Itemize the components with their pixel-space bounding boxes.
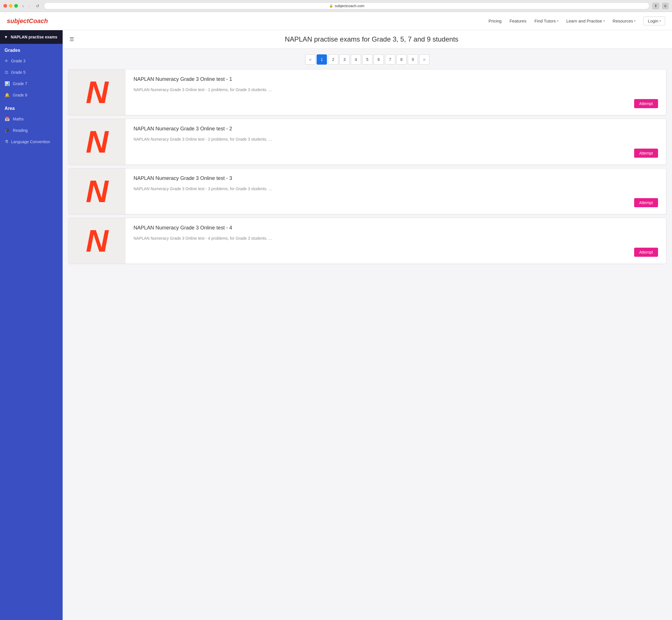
test-desc-1: NAPLAN Numeracy Grade 3 Online test - 1 … — [134, 87, 658, 93]
minimize-button[interactable] — [9, 4, 12, 8]
sidebar-header: ▼ NAPLAN practise exams — [0, 30, 63, 44]
grade7-label: Grade 7 — [13, 82, 27, 86]
test-title-1: NAPLAN Numeracy Grade 3 Online test - 1 — [134, 76, 658, 82]
test-thumbnail-4: N — [68, 218, 126, 264]
test-list: N NAPLAN Numeracy Grade 3 Online test - … — [63, 69, 672, 270]
pagination: « 1 2 3 4 5 6 7 8 9 » — [63, 49, 672, 69]
nav-resources[interactable]: Resources ▾ — [613, 18, 636, 23]
test-title-3: NAPLAN Numeracy Grade 3 Online test - 3 — [134, 175, 658, 181]
nav-pricing-label: Pricing — [489, 18, 502, 23]
language-label: Language Convention — [11, 140, 50, 144]
grade5-label: Grade 5 — [11, 70, 26, 74]
grade5-icon: ⚖ — [5, 70, 8, 75]
login-dropdown-icon: ▾ — [660, 19, 661, 22]
test-card-4: N NAPLAN Numeracy Grade 3 Online test - … — [68, 218, 666, 264]
sidebar: ▼ NAPLAN practise exams Grades ✳ Grade 3… — [0, 30, 63, 620]
attempt-button-4[interactable]: Attempt — [634, 248, 658, 257]
grade7-icon: 📊 — [5, 81, 10, 86]
reading-icon: 🎓 — [5, 128, 10, 133]
test-info-4: NAPLAN Numeracy Grade 3 Online test - 4 … — [126, 218, 666, 264]
grade3-icon: ✳ — [5, 58, 8, 63]
grade3-label: Grade 3 — [11, 59, 26, 63]
grade9-icon: 🔔 — [5, 93, 10, 98]
pagination-next[interactable]: » — [419, 54, 429, 65]
page-header: ☰ NAPLAN practise exams for Grade 3, 5, … — [63, 30, 672, 49]
attempt-button-2[interactable]: Attempt — [634, 149, 658, 158]
page-btn-6[interactable]: 6 — [374, 54, 384, 65]
nav-learn-practise[interactable]: Learn and Practise ▾ — [566, 18, 605, 23]
maths-icon: 📅 — [5, 116, 10, 121]
sidebar-item-grade9[interactable]: 🔔 Grade 9 — [0, 89, 63, 101]
test-desc-2: NAPLAN Numeracy Grade 3 Online test - 2 … — [134, 136, 658, 142]
sidebar-item-maths[interactable]: 📅 Maths — [0, 113, 63, 125]
sidebar-item-grade7[interactable]: 📊 Grade 7 — [0, 78, 63, 89]
nav-arrows: ‹ › — [21, 3, 31, 9]
test-info-1: NAPLAN Numeracy Grade 3 Online test - 1 … — [126, 69, 666, 115]
page-btn-4[interactable]: 4 — [351, 54, 361, 65]
nav-pricing[interactable]: Pricing — [489, 18, 502, 23]
sidebar-item-grade3[interactable]: ✳ Grade 3 — [0, 55, 63, 67]
test-thumbnail-3: N — [68, 168, 126, 214]
attempt-button-3[interactable]: Attempt — [634, 198, 658, 207]
page-title: NAPLAN practise exams for Grade 3, 5, 7 … — [78, 35, 665, 43]
url-text: subjectcoach.com — [335, 4, 365, 8]
test-card-2: N NAPLAN Numeracy Grade 3 Online test - … — [68, 119, 666, 165]
sidebar-item-reading[interactable]: 🎓 Reading — [0, 125, 63, 136]
filter-icon: ▼ — [4, 35, 8, 39]
forward-button[interactable]: › — [27, 3, 32, 9]
naplan-logo-4: N — [86, 225, 108, 256]
login-button[interactable]: Login ▾ — [643, 16, 665, 25]
refresh-button[interactable]: ↺ — [34, 3, 41, 9]
page-btn-1[interactable]: 1 — [317, 54, 327, 65]
test-info-2: NAPLAN Numeracy Grade 3 Online test - 2 … — [126, 119, 666, 164]
page-btn-3[interactable]: 3 — [339, 54, 350, 65]
logo-rest: oach — [33, 17, 48, 24]
back-button[interactable]: ‹ — [21, 3, 26, 9]
fullscreen-button[interactable] — [14, 4, 18, 8]
resources-dropdown-icon: ▾ — [634, 19, 635, 22]
main-content: ▼ NAPLAN practise exams Grades ✳ Grade 3… — [0, 30, 672, 620]
test-card-1: N NAPLAN Numeracy Grade 3 Online test - … — [68, 69, 666, 115]
logo-text: subject — [7, 17, 29, 24]
nav-links: Pricing Features Find Tutors ▾ Learn and… — [489, 16, 665, 25]
page-content: ☰ NAPLAN practise exams for Grade 3, 5, … — [63, 30, 672, 620]
maths-label: Maths — [13, 117, 23, 121]
logo[interactable]: subjectCoach — [7, 17, 48, 25]
browser-chrome: ‹ › ↺ 🔒 subjectcoach.com ⬆ ⧉ — [0, 0, 672, 12]
nav-find-tutors-label: Find Tutors — [534, 18, 556, 23]
new-tab-button[interactable]: ⧉ — [662, 3, 669, 9]
nav-features[interactable]: Features — [510, 18, 526, 23]
page-btn-7[interactable]: 7 — [385, 54, 395, 65]
test-title-2: NAPLAN Numeracy Grade 3 Online test - 2 — [134, 126, 658, 132]
language-icon: ⚗ — [5, 139, 8, 144]
page-btn-5[interactable]: 5 — [362, 54, 373, 65]
learn-practise-dropdown-icon: ▾ — [604, 19, 605, 22]
test-info-3: NAPLAN Numeracy Grade 3 Online test - 3 … — [126, 168, 666, 214]
top-navigation: subjectCoach Pricing Features Find Tutor… — [0, 12, 672, 30]
page-btn-9[interactable]: 9 — [408, 54, 418, 65]
test-title-4: NAPLAN Numeracy Grade 3 Online test - 4 — [134, 225, 658, 231]
sidebar-item-language-convention[interactable]: ⚗ Language Convention — [0, 136, 63, 148]
naplan-logo-3: N — [86, 176, 108, 207]
reading-label: Reading — [13, 128, 28, 133]
page-btn-8[interactable]: 8 — [396, 54, 406, 65]
address-bar[interactable]: 🔒 subjectcoach.com — [44, 2, 650, 9]
test-card-3: N NAPLAN Numeracy Grade 3 Online test - … — [68, 168, 666, 214]
share-button[interactable]: ⬆ — [652, 3, 659, 9]
attempt-button-1[interactable]: Attempt — [634, 99, 658, 108]
hamburger-button[interactable]: ☰ — [69, 36, 74, 42]
grades-section-title: Grades — [0, 44, 63, 55]
sidebar-header-title: NAPLAN practise exams — [11, 35, 57, 39]
pagination-prev[interactable]: « — [305, 54, 316, 65]
naplan-logo-2: N — [86, 126, 108, 157]
test-thumbnail-2: N — [68, 119, 126, 164]
nav-find-tutors[interactable]: Find Tutors ▾ — [534, 18, 559, 23]
nav-learn-practise-label: Learn and Practise — [566, 18, 602, 23]
naplan-logo-1: N — [86, 76, 108, 108]
test-desc-3: NAPLAN Numeracy Grade 3 Online test - 3 … — [134, 186, 658, 192]
test-desc-4: NAPLAN Numeracy Grade 3 Online test - 4 … — [134, 236, 658, 242]
close-button[interactable] — [3, 4, 7, 8]
page-btn-2[interactable]: 2 — [328, 54, 338, 65]
sidebar-item-grade5[interactable]: ⚖ Grade 5 — [0, 67, 63, 78]
nav-resources-label: Resources — [613, 18, 633, 23]
